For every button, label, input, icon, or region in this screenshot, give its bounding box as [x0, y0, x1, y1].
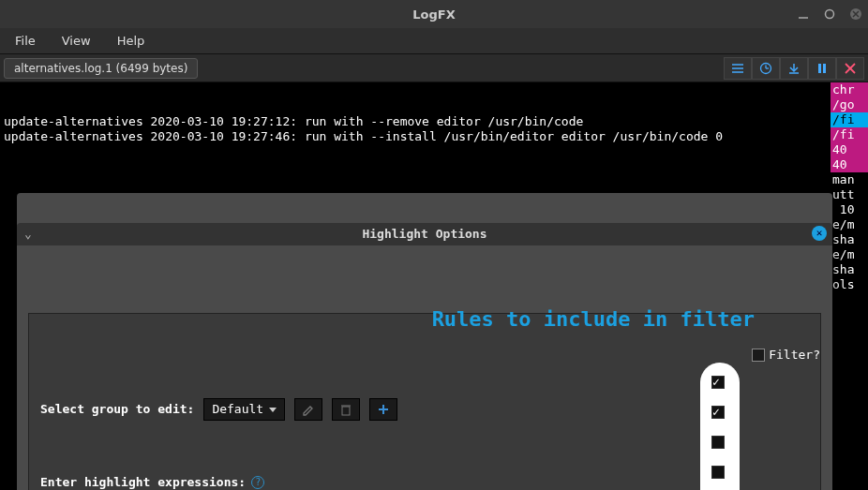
tab-actions	[724, 57, 864, 80]
chevron-down-icon[interactable]: ⌄	[24, 227, 32, 242]
select-group-label: Select group to edit:	[40, 402, 194, 417]
svg-rect-17	[342, 407, 350, 415]
log-fragment: 40	[831, 142, 868, 157]
log-fragment: 10	[831, 202, 868, 217]
annotation-text: Rules to include in filter	[432, 312, 755, 327]
filter-header-checkbox[interactable]	[752, 349, 765, 362]
log-fragment: utt	[831, 187, 868, 202]
menu-help[interactable]: Help	[106, 30, 157, 52]
close-icon[interactable]	[849, 7, 862, 21]
group-select[interactable]: Default	[203, 398, 285, 421]
svg-rect-13	[818, 64, 821, 73]
filter-checkbox-0[interactable]	[711, 376, 725, 389]
group-select-value: Default	[212, 402, 263, 417]
maximize-icon[interactable]	[823, 7, 836, 21]
list-icon[interactable]	[724, 57, 752, 80]
dialog-panel: Rules to include in filter Select group …	[28, 313, 821, 490]
annotation-oval	[700, 363, 740, 490]
log-fragment: /go	[831, 97, 868, 112]
window-titlebar: LogFX	[0, 0, 868, 28]
filter-header-label: Filter?	[769, 348, 820, 363]
log-viewport[interactable]: update-alternatives 2020-03-10 19:27:12:…	[0, 82, 868, 490]
svg-rect-14	[823, 64, 826, 73]
help-icon[interactable]: ?	[251, 476, 264, 489]
menu-file[interactable]: File	[4, 30, 47, 52]
log-line: update-alternatives 2020-03-10 19:27:12:…	[4, 114, 864, 129]
log-fragment: chr	[831, 82, 868, 97]
delete-group-button[interactable]	[332, 398, 360, 421]
clock-icon[interactable]	[752, 57, 780, 80]
pause-icon[interactable]	[808, 57, 836, 80]
log-fragment: e/m	[831, 247, 868, 262]
log-fragment: ols	[831, 277, 868, 292]
log-fragment: man	[831, 172, 868, 187]
log-line: update-alternatives 2020-03-10 19:27:46:…	[4, 129, 864, 144]
svg-point-1	[826, 10, 834, 19]
download-icon[interactable]	[780, 57, 808, 80]
window-buttons	[797, 0, 862, 28]
log-fragment: e/m	[831, 217, 868, 232]
dialog-close-button[interactable]: ✕	[812, 226, 827, 241]
caret-down-icon	[269, 408, 277, 412]
tab-bar: alternatives.log.1 (6499 bytes)	[0, 54, 868, 82]
log-fragment: /fi	[831, 127, 868, 142]
file-tab-label: alternatives.log.1 (6499 bytes)	[14, 62, 187, 75]
add-group-button[interactable]	[369, 398, 397, 421]
enter-expressions-label: Enter highlight expressions:	[40, 475, 246, 490]
log-fragment: sha	[831, 262, 868, 277]
close-tab-icon[interactable]	[836, 57, 864, 80]
log-fragment: sha	[831, 232, 868, 247]
filter-header: Filter?	[752, 348, 820, 363]
window-title: LogFX	[0, 7, 868, 22]
filter-checkbox-2[interactable]	[711, 436, 725, 449]
menu-view[interactable]: View	[51, 30, 102, 52]
minimize-icon[interactable]	[797, 7, 810, 21]
file-tab[interactable]: alternatives.log.1 (6499 bytes)	[4, 58, 198, 79]
log-fragment: 40	[831, 157, 868, 172]
log-fragment: /fi	[831, 112, 868, 127]
menu-bar: File View Help	[0, 28, 868, 54]
log-right-strip: chr/go/fi/fi4040manutt 10e/mshae/mshaols	[831, 82, 868, 292]
edit-group-button[interactable]	[294, 398, 322, 421]
highlight-options-dialog: ⌄ Highlight Options ✕ Rules to include i…	[17, 193, 832, 490]
dialog-titlebar: ⌄ Highlight Options ✕	[17, 223, 832, 245]
dialog-title: Highlight Options	[362, 227, 486, 242]
